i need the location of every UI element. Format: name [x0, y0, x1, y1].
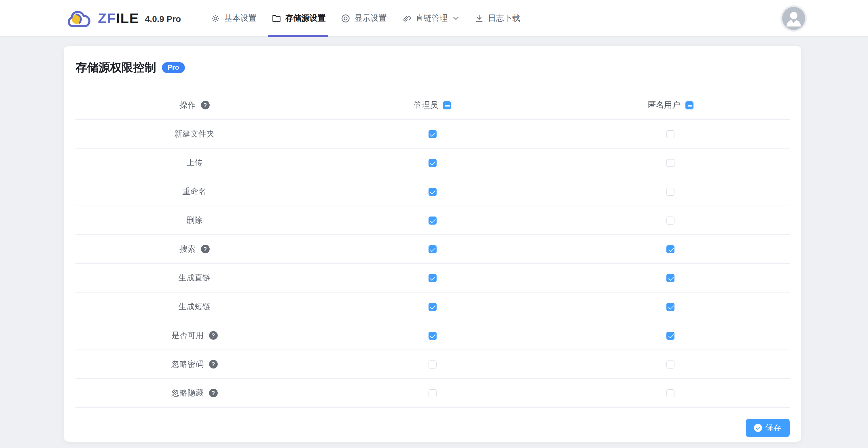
operation-cell: 是否可用? — [75, 330, 314, 341]
operation-cell: 重命名 — [75, 186, 314, 197]
anonymous-checkbox[interactable] — [667, 302, 675, 311]
admin-cell — [314, 216, 552, 224]
anonymous-cell — [552, 302, 790, 311]
anonymous-checkbox[interactable] — [667, 274, 675, 282]
anonymous-checkbox[interactable] — [667, 159, 675, 167]
table-row: 忽略密码? — [75, 350, 790, 379]
anonymous-checkbox[interactable] — [667, 130, 675, 138]
nav-item-label: 直链管理 — [415, 13, 447, 24]
column-label: 操作 — [179, 100, 195, 110]
operation-cell: 生成直链 — [75, 273, 314, 283]
save-button[interactable]: 保存 — [746, 419, 790, 437]
nav-item-4[interactable]: 直链管理 — [402, 0, 459, 37]
permission-card: 存储源权限控制 Pro 操作?管理员匿名用户 新建文件夹上传重命名删除搜索?生成… — [64, 46, 801, 442]
admin-checkbox[interactable] — [429, 389, 437, 397]
operation-label: 删除 — [186, 215, 203, 225]
main-nav: 基本设置 存储源设置 显示设置 直链管理 日志下载 — [211, 0, 536, 37]
help-icon[interactable]: ? — [201, 245, 209, 253]
help-icon[interactable]: ? — [201, 101, 209, 109]
permission-table: 操作?管理员匿名用户 新建文件夹上传重命名删除搜索?生成直链生成短链是否可用?忽… — [75, 91, 790, 408]
nav-item-label: 基本设置 — [224, 13, 256, 24]
user-avatar[interactable] — [782, 7, 805, 30]
header-cell-1: 操作? — [75, 100, 314, 110]
circle-check-icon — [754, 424, 762, 432]
zfile-logo[interactable]: ZFILE 4.0.9 Pro — [67, 9, 181, 28]
view-icon — [341, 14, 350, 23]
operation-label: 是否可用 — [172, 330, 204, 341]
help-icon[interactable]: ? — [209, 360, 217, 369]
cloud-logo-icon — [67, 9, 92, 28]
anonymous-cell — [552, 331, 790, 340]
link-icon — [402, 14, 411, 23]
anonymous-checkbox[interactable] — [667, 187, 675, 195]
anonymous-checkbox[interactable] — [667, 245, 675, 253]
table-row: 生成短链 — [75, 292, 790, 321]
anonymous-cell — [552, 245, 790, 253]
gear-icon — [211, 14, 220, 23]
anonymous-cell — [552, 187, 790, 195]
operation-label: 搜索 — [179, 244, 195, 254]
page-title: 存储源权限控制 — [75, 60, 156, 75]
navbar: ZFILE 4.0.9 Pro 基本设置 存储源设置 显示设置 直链管理 日志下… — [0, 0, 868, 37]
table-row: 搜索? — [75, 235, 790, 264]
anonymous-checkbox[interactable] — [667, 331, 675, 340]
nav-item-2[interactable]: 存储源设置 — [272, 0, 326, 37]
version-label: 4.0.9 Pro — [145, 13, 181, 23]
folder-icon — [272, 14, 281, 23]
admin-cell — [314, 389, 552, 397]
header-cell-2: 管理员 — [314, 100, 552, 110]
anonymous-checkbox[interactable] — [667, 360, 675, 368]
anonymous-cell — [552, 274, 790, 282]
admin-checkbox[interactable] — [429, 360, 437, 368]
admin-cell — [314, 130, 552, 138]
anonymous-checkbox[interactable] — [667, 389, 675, 397]
anonymous-cell — [552, 159, 790, 167]
pro-badge: Pro — [162, 62, 185, 73]
admin-cell — [314, 331, 552, 340]
header-cell-3: 匿名用户 — [552, 100, 790, 110]
table-row: 是否可用? — [75, 321, 790, 350]
nav-item-3[interactable]: 显示设置 — [341, 0, 386, 37]
help-icon[interactable]: ? — [209, 331, 217, 340]
save-button-label: 保存 — [766, 423, 782, 433]
operation-cell: 忽略隐藏? — [75, 388, 314, 398]
nav-item-5[interactable]: 日志下载 — [475, 0, 520, 37]
table-row: 删除 — [75, 206, 790, 235]
admin-checkbox[interactable] — [429, 187, 437, 195]
operation-label: 忽略隐藏 — [172, 388, 204, 398]
table-row: 重命名 — [75, 178, 790, 206]
admin-checkbox[interactable] — [429, 130, 437, 138]
operation-label: 上传 — [186, 158, 203, 168]
operation-label: 新建文件夹 — [174, 129, 215, 139]
admin-checkbox[interactable] — [429, 331, 437, 340]
admin-cell — [314, 245, 552, 253]
help-icon[interactable]: ? — [209, 389, 217, 397]
operation-cell: 搜索? — [75, 244, 314, 254]
admin-cell — [314, 274, 552, 282]
operation-cell: 删除 — [75, 215, 314, 225]
admin-checkbox[interactable] — [429, 159, 437, 167]
nav-item-label: 显示设置 — [354, 13, 386, 24]
anonymous-cell — [552, 360, 790, 368]
table-row: 上传 — [75, 149, 790, 178]
table-row: 生成直链 — [75, 264, 790, 292]
anonymous-cell — [552, 389, 790, 397]
anonymous-checkbox[interactable] — [667, 216, 675, 224]
download-icon — [475, 14, 484, 23]
nav-item-1[interactable]: 基本设置 — [211, 0, 256, 37]
nav-item-label: 存储源设置 — [285, 13, 326, 24]
chevron-down-icon — [453, 16, 459, 21]
admin-checkbox[interactable] — [429, 274, 437, 282]
operation-label: 生成短链 — [178, 301, 211, 312]
admin-cell — [314, 302, 552, 311]
anonymous-cell — [552, 130, 790, 138]
admin-checkbox[interactable] — [429, 245, 437, 253]
select-all-checkbox-col-2[interactable] — [443, 101, 451, 109]
admin-checkbox[interactable] — [429, 302, 437, 311]
person-icon — [782, 7, 805, 30]
anonymous-cell — [552, 216, 790, 224]
admin-cell — [314, 360, 552, 368]
operation-cell: 忽略密码? — [75, 359, 314, 370]
admin-checkbox[interactable] — [429, 216, 437, 224]
select-all-checkbox-col-3[interactable] — [685, 101, 693, 109]
